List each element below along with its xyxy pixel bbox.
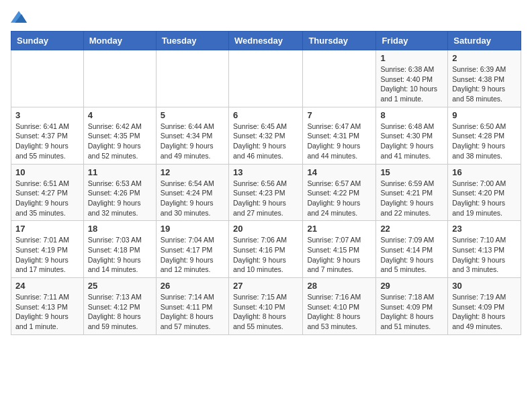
day-detail: Sunrise: 7:06 AM Sunset: 4:16 PM Dayligh… (233, 235, 298, 275)
day-number: 11 (88, 167, 152, 177)
calendar-cell: 25Sunrise: 7:13 AM Sunset: 4:12 PM Dayli… (83, 278, 156, 335)
calendar-cell: 16Sunrise: 7:00 AM Sunset: 4:20 PM Dayli… (448, 164, 521, 221)
day-number: 6 (233, 110, 298, 120)
day-number: 22 (380, 224, 443, 234)
day-number: 12 (161, 167, 224, 177)
calendar-week-4: 17Sunrise: 7:01 AM Sunset: 4:19 PM Dayli… (11, 221, 521, 278)
day-number: 15 (380, 167, 443, 177)
calendar-cell: 15Sunrise: 6:59 AM Sunset: 4:21 PM Dayli… (376, 164, 448, 221)
calendar-cell: 11Sunrise: 6:53 AM Sunset: 4:26 PM Dayli… (83, 164, 156, 221)
calendar-cell (303, 50, 376, 107)
calendar-cell: 26Sunrise: 7:14 AM Sunset: 4:11 PM Dayli… (156, 278, 228, 335)
header-cell-thursday: Thursday (303, 32, 376, 50)
day-number: 14 (307, 167, 371, 177)
day-detail: Sunrise: 7:14 AM Sunset: 4:11 PM Dayligh… (161, 292, 224, 332)
calendar-week-3: 10Sunrise: 6:51 AM Sunset: 4:27 PM Dayli… (11, 164, 521, 221)
calendar-cell: 17Sunrise: 7:01 AM Sunset: 4:19 PM Dayli… (11, 221, 84, 278)
calendar-cell: 13Sunrise: 6:56 AM Sunset: 4:23 PM Dayli… (228, 164, 302, 221)
day-number: 25 (88, 281, 152, 291)
day-detail: Sunrise: 6:53 AM Sunset: 4:26 PM Dayligh… (88, 179, 152, 218)
day-number: 30 (452, 281, 517, 291)
day-number: 4 (88, 110, 152, 120)
day-detail: Sunrise: 6:59 AM Sunset: 4:21 PM Dayligh… (380, 179, 443, 218)
page-header (11, 11, 521, 23)
calendar-cell: 2Sunrise: 6:39 AM Sunset: 4:38 PM Daylig… (448, 50, 521, 107)
calendar-week-2: 3Sunrise: 6:41 AM Sunset: 4:37 PM Daylig… (11, 107, 521, 164)
day-detail: Sunrise: 6:38 AM Sunset: 4:40 PM Dayligh… (380, 64, 443, 104)
calendar-cell (228, 50, 302, 107)
calendar-cell: 27Sunrise: 7:15 AM Sunset: 4:10 PM Dayli… (228, 278, 302, 335)
calendar-cell: 8Sunrise: 6:48 AM Sunset: 4:30 PM Daylig… (376, 107, 448, 164)
calendar-cell: 3Sunrise: 6:41 AM Sunset: 4:37 PM Daylig… (11, 107, 84, 164)
day-number: 17 (15, 224, 79, 234)
calendar-cell: 19Sunrise: 7:04 AM Sunset: 4:17 PM Dayli… (156, 221, 228, 278)
header-cell-tuesday: Tuesday (156, 32, 228, 50)
day-number: 24 (15, 281, 79, 291)
calendar-header: SundayMondayTuesdayWednesdayThursdayFrid… (11, 32, 521, 50)
day-detail: Sunrise: 6:45 AM Sunset: 4:32 PM Dayligh… (233, 122, 298, 161)
calendar-cell: 4Sunrise: 6:42 AM Sunset: 4:35 PM Daylig… (83, 107, 156, 164)
calendar-cell: 30Sunrise: 7:19 AM Sunset: 4:09 PM Dayli… (448, 278, 521, 335)
header-row: SundayMondayTuesdayWednesdayThursdayFrid… (11, 32, 521, 50)
day-detail: Sunrise: 7:19 AM Sunset: 4:09 PM Dayligh… (452, 292, 517, 332)
header-cell-friday: Friday (376, 32, 448, 50)
day-detail: Sunrise: 6:56 AM Sunset: 4:23 PM Dayligh… (233, 179, 298, 218)
day-detail: Sunrise: 6:39 AM Sunset: 4:38 PM Dayligh… (452, 64, 517, 104)
day-detail: Sunrise: 7:00 AM Sunset: 4:20 PM Dayligh… (452, 179, 517, 218)
day-number: 19 (161, 224, 224, 234)
day-number: 7 (307, 110, 371, 120)
calendar-cell: 28Sunrise: 7:16 AM Sunset: 4:10 PM Dayli… (303, 278, 376, 335)
calendar-cell: 9Sunrise: 6:50 AM Sunset: 4:28 PM Daylig… (448, 107, 521, 164)
day-number: 3 (15, 110, 79, 120)
calendar-cell: 14Sunrise: 6:57 AM Sunset: 4:22 PM Dayli… (303, 164, 376, 221)
calendar-cell: 12Sunrise: 6:54 AM Sunset: 4:24 PM Dayli… (156, 164, 228, 221)
calendar-cell: 10Sunrise: 6:51 AM Sunset: 4:27 PM Dayli… (11, 164, 84, 221)
day-detail: Sunrise: 6:44 AM Sunset: 4:34 PM Dayligh… (161, 122, 224, 161)
day-detail: Sunrise: 7:16 AM Sunset: 4:10 PM Dayligh… (307, 292, 371, 332)
day-number: 1 (380, 53, 443, 63)
header-cell-saturday: Saturday (448, 32, 521, 50)
calendar-cell: 18Sunrise: 7:03 AM Sunset: 4:18 PM Dayli… (83, 221, 156, 278)
day-detail: Sunrise: 7:10 AM Sunset: 4:13 PM Dayligh… (452, 235, 517, 275)
calendar-cell: 20Sunrise: 7:06 AM Sunset: 4:16 PM Dayli… (228, 221, 302, 278)
day-detail: Sunrise: 7:01 AM Sunset: 4:19 PM Dayligh… (15, 235, 79, 275)
header-cell-monday: Monday (83, 32, 156, 50)
day-number: 16 (452, 167, 517, 177)
day-detail: Sunrise: 6:42 AM Sunset: 4:35 PM Dayligh… (88, 122, 152, 161)
day-number: 29 (380, 281, 443, 291)
day-detail: Sunrise: 6:51 AM Sunset: 4:27 PM Dayligh… (15, 179, 79, 218)
calendar-table: SundayMondayTuesdayWednesdayThursdayFrid… (11, 31, 521, 335)
day-number: 8 (380, 110, 443, 120)
day-number: 27 (233, 281, 298, 291)
day-detail: Sunrise: 7:03 AM Sunset: 4:18 PM Dayligh… (88, 235, 152, 275)
day-detail: Sunrise: 6:41 AM Sunset: 4:37 PM Dayligh… (15, 122, 79, 161)
calendar-cell (83, 50, 156, 107)
day-detail: Sunrise: 6:57 AM Sunset: 4:22 PM Dayligh… (307, 179, 371, 218)
calendar-cell: 23Sunrise: 7:10 AM Sunset: 4:13 PM Dayli… (448, 221, 521, 278)
day-detail: Sunrise: 6:47 AM Sunset: 4:31 PM Dayligh… (307, 122, 371, 161)
day-number: 20 (233, 224, 298, 234)
day-detail: Sunrise: 7:15 AM Sunset: 4:10 PM Dayligh… (233, 292, 298, 332)
day-number: 9 (452, 110, 517, 120)
calendar-cell: 29Sunrise: 7:18 AM Sunset: 4:09 PM Dayli… (376, 278, 448, 335)
calendar-cell (11, 50, 84, 107)
calendar-cell: 21Sunrise: 7:07 AM Sunset: 4:15 PM Dayli… (303, 221, 376, 278)
calendar-week-1: 1Sunrise: 6:38 AM Sunset: 4:40 PM Daylig… (11, 50, 521, 107)
day-number: 18 (88, 224, 152, 234)
day-detail: Sunrise: 7:13 AM Sunset: 4:12 PM Dayligh… (88, 292, 152, 332)
day-number: 21 (307, 224, 371, 234)
logo (11, 11, 30, 23)
calendar-cell: 1Sunrise: 6:38 AM Sunset: 4:40 PM Daylig… (376, 50, 448, 107)
day-number: 23 (452, 224, 517, 234)
day-number: 26 (161, 281, 224, 291)
day-detail: Sunrise: 7:07 AM Sunset: 4:15 PM Dayligh… (307, 235, 371, 275)
day-detail: Sunrise: 7:18 AM Sunset: 4:09 PM Dayligh… (380, 292, 443, 332)
day-detail: Sunrise: 6:50 AM Sunset: 4:28 PM Dayligh… (452, 122, 517, 161)
day-number: 10 (15, 167, 79, 177)
calendar-week-5: 24Sunrise: 7:11 AM Sunset: 4:13 PM Dayli… (11, 278, 521, 335)
day-detail: Sunrise: 6:48 AM Sunset: 4:30 PM Dayligh… (380, 122, 443, 161)
logo-icon (11, 11, 27, 23)
calendar-cell: 6Sunrise: 6:45 AM Sunset: 4:32 PM Daylig… (228, 107, 302, 164)
day-detail: Sunrise: 7:11 AM Sunset: 4:13 PM Dayligh… (15, 292, 79, 332)
day-number: 28 (307, 281, 371, 291)
